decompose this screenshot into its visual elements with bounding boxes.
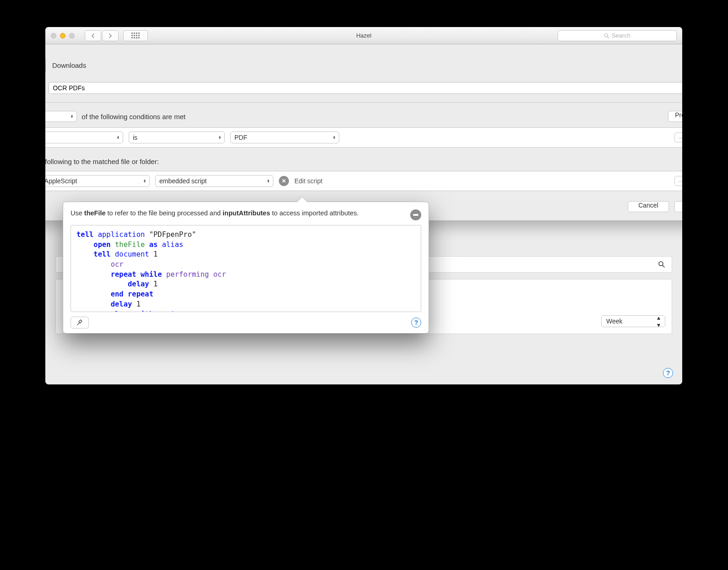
chevron-right-icon bbox=[108, 33, 113, 38]
chevron-left-icon bbox=[91, 33, 95, 38]
folder-icon bbox=[45, 57, 46, 73]
minimize-icon bbox=[413, 214, 418, 216]
condition-remove-button[interactable]: − bbox=[674, 132, 682, 142]
conditions-suffix: of the following conditions are met bbox=[81, 113, 185, 121]
chevron-updown-icon: ▴▾ bbox=[144, 179, 146, 183]
search-icon bbox=[658, 261, 665, 268]
script-hint: Use theFile to refer to the file being p… bbox=[71, 208, 405, 218]
action-source-value: embedded script bbox=[159, 177, 207, 185]
search-placeholder: Search bbox=[612, 32, 630, 39]
condition-attribute-select[interactable]: Kind ▴▾ bbox=[45, 132, 123, 143]
conditions-match-select[interactable]: all ▴▾ bbox=[45, 111, 77, 122]
help-button[interactable]: ? bbox=[411, 318, 421, 328]
chevron-updown-icon: ▴▾ bbox=[71, 115, 73, 118]
traffic-lights bbox=[45, 33, 75, 38]
hammer-icon bbox=[76, 319, 83, 326]
preview-button[interactable]: Preview bbox=[668, 111, 682, 122]
condition-comparator-value: is bbox=[133, 134, 137, 141]
script-editor-popover: Use theFile to refer to the file being p… bbox=[63, 202, 429, 334]
window-minimize-button[interactable] bbox=[60, 33, 65, 38]
svg-line-1 bbox=[608, 36, 609, 38]
condition-value-value: PDF bbox=[234, 134, 247, 141]
nav-buttons bbox=[85, 30, 148, 41]
svg-point-0 bbox=[604, 33, 608, 37]
chevron-updown-icon: ▴▾ bbox=[267, 179, 269, 183]
bg-week-select[interactable]: Week ▴▾ bbox=[601, 315, 665, 327]
search-icon bbox=[604, 33, 609, 38]
cancel-button[interactable]: Cancel bbox=[628, 201, 669, 212]
condition-row: Kind ▴▾ is ▴▾ PDF ▴▾ − + bbox=[45, 127, 682, 148]
minimize-popover-button[interactable] bbox=[410, 209, 421, 220]
action-source-select[interactable]: embedded script ▴▾ bbox=[155, 175, 273, 187]
action-type-value: Run AppleScript bbox=[45, 177, 77, 185]
condition-comparator-select[interactable]: is ▴▾ bbox=[129, 132, 225, 143]
close-popover-button[interactable]: ✕ bbox=[279, 176, 289, 186]
help-button[interactable]: ? bbox=[663, 368, 673, 378]
folder-name: Downloads bbox=[52, 61, 86, 69]
back-button[interactable] bbox=[85, 30, 101, 41]
bg-week-label: Week bbox=[606, 318, 623, 325]
forward-button[interactable] bbox=[102, 30, 119, 41]
action-row: Run AppleScript ▴▾ embedded script ▴▾ ✕ … bbox=[45, 171, 682, 191]
edit-script-link[interactable]: Edit script bbox=[294, 177, 322, 185]
chevron-updown-icon: ▴▾ bbox=[333, 136, 335, 139]
rule-name-input[interactable] bbox=[49, 82, 682, 94]
chevron-updown-icon: ▴▾ bbox=[657, 314, 660, 329]
chevron-updown-icon: ▴▾ bbox=[219, 136, 221, 139]
condition-value-select[interactable]: PDF ▴▾ bbox=[230, 132, 339, 143]
show-all-button[interactable] bbox=[123, 30, 148, 41]
window-zoom-button[interactable] bbox=[69, 33, 75, 38]
actions-header: Do the following to the matched file or … bbox=[45, 158, 682, 165]
titlebar: Hazel Search bbox=[45, 27, 682, 44]
rule-editor-sheet: Downloads Name: If all ▴▾ of the followi… bbox=[45, 44, 682, 221]
grid-icon bbox=[131, 33, 140, 38]
ok-button[interactable]: OK bbox=[674, 201, 682, 212]
window-close-button[interactable] bbox=[51, 33, 56, 38]
search-input[interactable]: Search bbox=[558, 30, 677, 41]
svg-line-3 bbox=[663, 265, 664, 267]
chevron-updown-icon: ▴▾ bbox=[117, 136, 119, 139]
compile-button[interactable] bbox=[71, 317, 89, 329]
script-textarea[interactable]: tell application "PDFpenPro" open theFil… bbox=[71, 225, 421, 312]
action-type-select[interactable]: Run AppleScript ▴▾ bbox=[45, 175, 150, 187]
action-remove-button[interactable]: − bbox=[674, 176, 682, 186]
